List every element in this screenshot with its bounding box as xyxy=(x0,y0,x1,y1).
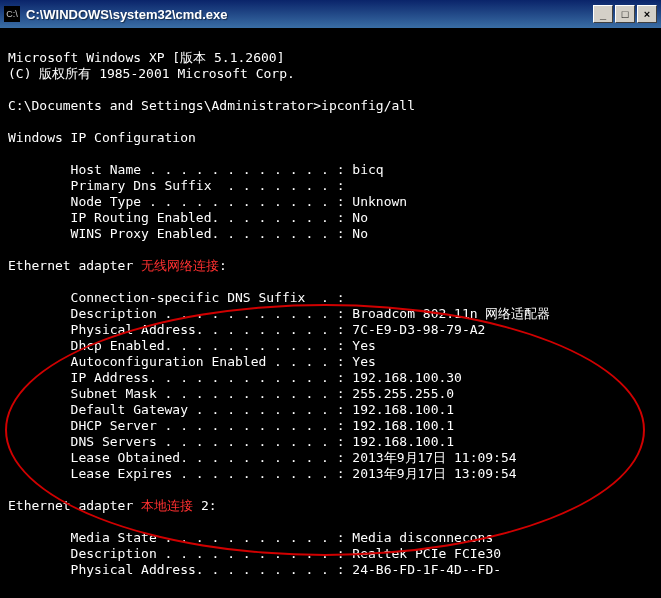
a2-media-line: Media State . . . . . . . . . . . : Medi… xyxy=(8,530,493,545)
a1-subnet-line: Subnet Mask . . . . . . . . . . . : 255.… xyxy=(8,386,454,401)
adapter1-prefix: Ethernet adapter xyxy=(8,258,141,273)
cmd-icon: C:\ xyxy=(4,6,20,22)
window-buttons: _ □ × xyxy=(593,5,657,23)
node-type-line: Node Type . . . . . . . . . . . . : Unkn… xyxy=(8,194,407,209)
a1-ip-line: IP Address. . . . . . . . . . . . : 192.… xyxy=(8,370,462,385)
a2-physaddr-line: Physical Address. . . . . . . . . : 24-B… xyxy=(8,562,501,577)
copyright-line: (C) 版权所有 1985-2001 Microsoft Corp. xyxy=(8,66,295,81)
maximize-button[interactable]: □ xyxy=(615,5,635,23)
a1-physaddr-line: Physical Address. . . . . . . . . : 7C-E… xyxy=(8,322,485,337)
host-name-line: Host Name . . . . . . . . . . . . : bicq xyxy=(8,162,384,177)
close-button[interactable]: × xyxy=(637,5,657,23)
adapter2-heading: Ethernet adapter 本地连接 2: xyxy=(8,498,217,513)
a1-gateway-line: Default Gateway . . . . . . . . . : 192.… xyxy=(8,402,454,417)
adapter2-name: 本地连接 xyxy=(141,498,193,513)
a1-lease-expires-line: Lease Expires . . . . . . . . . . : 2013… xyxy=(8,466,517,481)
minimize-button[interactable]: _ xyxy=(593,5,613,23)
a1-dhcpserver-line: DHCP Server . . . . . . . . . . . : 192.… xyxy=(8,418,454,433)
a1-dnsservers-line: DNS Servers . . . . . . . . . . . : 192.… xyxy=(8,434,454,449)
a1-dhcp-line: Dhcp Enabled. . . . . . . . . . . : Yes xyxy=(8,338,376,353)
a1-conn-dns-line: Connection-specific DNS Suffix . : xyxy=(8,290,345,305)
prompt-line: C:\Documents and Settings\Administrator>… xyxy=(8,98,415,113)
ip-routing-line: IP Routing Enabled. . . . . . . . : No xyxy=(8,210,368,225)
cmd-window: C:\ C:\WINDOWS\system32\cmd.exe _ □ × Mi… xyxy=(0,0,661,598)
adapter2-prefix: Ethernet adapter xyxy=(8,498,141,513)
a2-description-line: Description . . . . . . . . . . . : Real… xyxy=(8,546,501,561)
titlebar[interactable]: C:\ C:\WINDOWS\system32\cmd.exe _ □ × xyxy=(0,0,661,28)
terminal-output[interactable]: Microsoft Windows XP [版本 5.1.2600] (C) 版… xyxy=(0,28,661,598)
a1-description-line: Description . . . . . . . . . . . : Broa… xyxy=(8,306,550,321)
a1-autoconf-line: Autoconfiguration Enabled . . . . : Yes xyxy=(8,354,376,369)
wins-proxy-line: WINS Proxy Enabled. . . . . . . . : No xyxy=(8,226,368,241)
adapter2-suffix: 2: xyxy=(193,498,216,513)
prompt-path: C:\Documents and Settings\Administrator> xyxy=(8,98,321,113)
adapter1-heading: Ethernet adapter 无线网络连接: xyxy=(8,258,227,273)
window-title: C:\WINDOWS\system32\cmd.exe xyxy=(26,7,593,22)
ipconfig-heading: Windows IP Configuration xyxy=(8,130,196,145)
os-version-line: Microsoft Windows XP [版本 5.1.2600] xyxy=(8,50,284,65)
a1-lease-obtained-line: Lease Obtained. . . . . . . . . . : 2013… xyxy=(8,450,517,465)
primary-dns-line: Primary Dns Suffix . . . . . . . : xyxy=(8,178,345,193)
adapter1-suffix: : xyxy=(219,258,227,273)
command-text: ipconfig/all xyxy=(321,98,415,113)
adapter1-name: 无线网络连接 xyxy=(141,258,219,273)
